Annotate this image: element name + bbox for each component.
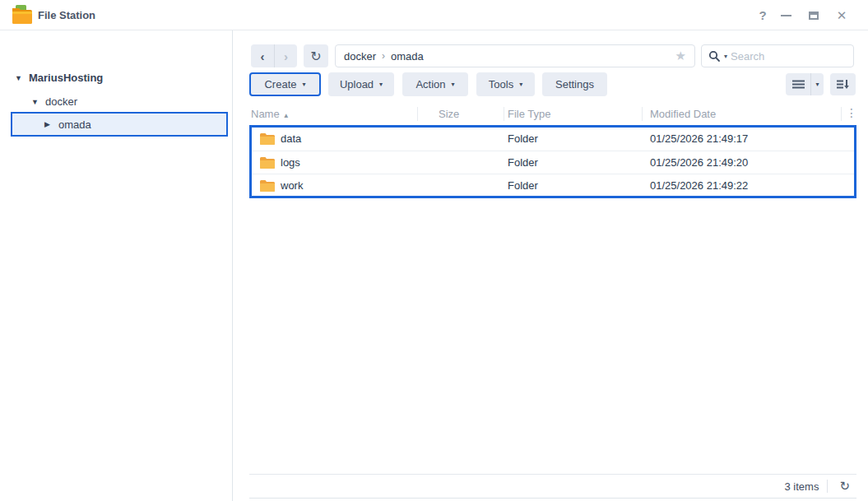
- sidebar-item-mariushosting[interactable]: ▼ MariusHosting: [15, 72, 103, 84]
- chevron-down-icon: ▾: [452, 81, 455, 88]
- tree-item-label: omada: [58, 118, 91, 131]
- file-name: logs: [281, 156, 300, 169]
- file-type: Folder: [508, 179, 538, 192]
- breadcrumb-segment-docker[interactable]: docker: [344, 50, 376, 63]
- sort-options-button[interactable]: [830, 73, 856, 95]
- file-modified-date: 01/25/2026 21:49:17: [650, 132, 748, 145]
- history-nav-group: ‹ ›: [251, 44, 297, 67]
- search-box: ▾: [701, 44, 854, 67]
- sidebar-item-omada-selected[interactable]: ▶ omada: [11, 112, 228, 137]
- table-row-work[interactable]: work Folder 01/25/2026 21:49:22: [252, 174, 854, 197]
- chevron-down-icon[interactable]: ▾: [810, 73, 824, 95]
- folder-icon: [260, 157, 275, 171]
- refresh-button[interactable]: ↻: [304, 44, 328, 67]
- search-icon[interactable]: [708, 50, 721, 63]
- column-options-icon[interactable]: ⋮: [846, 106, 857, 119]
- settings-button[interactable]: Settings: [542, 72, 607, 96]
- column-header-size[interactable]: Size: [439, 108, 459, 120]
- column-header-file-type[interactable]: File Type: [508, 108, 551, 120]
- forward-button[interactable]: ›: [274, 44, 297, 67]
- file-type: Folder: [508, 156, 538, 169]
- table-row-data[interactable]: data Folder 01/25/2026 21:49:17: [252, 128, 854, 151]
- refresh-icon[interactable]: ↻: [836, 479, 853, 494]
- tree-collapsed-icon[interactable]: ▶: [44, 120, 53, 128]
- tree-expanded-icon[interactable]: ▼: [31, 98, 39, 106]
- favorite-star-icon[interactable]: ★: [675, 49, 686, 63]
- sidebar-item-docker[interactable]: ▼ docker: [31, 95, 77, 108]
- file-type: Folder: [508, 132, 538, 145]
- file-station-app-icon: [12, 5, 33, 28]
- chevron-down-icon: ▾: [303, 81, 306, 88]
- sort-icon: [837, 80, 850, 90]
- breadcrumb-segment-omada[interactable]: omada: [391, 50, 424, 63]
- help-icon[interactable]: ?: [750, 0, 775, 30]
- create-button[interactable]: Create ▾: [249, 72, 321, 96]
- tree-item-label: MariusHosting: [29, 72, 103, 84]
- app-title: File Station: [38, 9, 95, 21]
- upload-button[interactable]: Upload ▾: [328, 72, 394, 96]
- folder-icon: [260, 133, 275, 147]
- search-options-caret-icon[interactable]: ▾: [724, 53, 727, 60]
- folder-icon: [260, 180, 275, 194]
- table-row-logs[interactable]: logs Folder 01/25/2026 21:49:20: [252, 151, 854, 174]
- column-header-name[interactable]: Name▲: [251, 108, 290, 120]
- selected-rows-highlight: data Folder 01/25/2026 21:49:17 logs Fol…: [249, 125, 856, 198]
- action-button[interactable]: Action ▾: [402, 72, 468, 96]
- breadcrumb-separator-icon: ›: [382, 50, 385, 62]
- sort-asc-icon: ▲: [283, 112, 290, 119]
- tree-expanded-icon[interactable]: ▼: [15, 74, 23, 82]
- status-bar: 3 items ↻: [249, 474, 856, 499]
- items-count: 3 items: [785, 480, 819, 493]
- view-mode-split-button[interactable]: ▾: [786, 73, 824, 95]
- back-button[interactable]: ‹: [251, 44, 274, 67]
- chevron-down-icon: ▾: [379, 81, 383, 88]
- column-header-modified-date[interactable]: Modified Date: [650, 108, 716, 120]
- search-input[interactable]: [731, 50, 847, 63]
- tree-item-label: docker: [45, 95, 77, 108]
- tools-button[interactable]: Tools ▾: [476, 72, 535, 96]
- minimize-icon[interactable]: [773, 0, 798, 30]
- folder-tree-sidebar: ▼ MariusHosting ▼ docker ▶ omada: [0, 30, 233, 501]
- file-modified-date: 01/25/2026 21:49:20: [650, 156, 748, 169]
- file-list-header: Name▲ Size File Type Modified Date ⋮: [249, 105, 856, 125]
- file-name: work: [281, 179, 303, 192]
- file-name: data: [281, 132, 301, 145]
- status-divider: [827, 480, 828, 493]
- file-modified-date: 01/25/2026 21:49:22: [650, 179, 748, 192]
- title-bar: File Station ? ✕: [0, 0, 868, 30]
- chevron-down-icon: ▾: [519, 81, 522, 88]
- breadcrumb[interactable]: docker › omada ★: [335, 44, 695, 67]
- close-icon[interactable]: ✕: [829, 0, 854, 30]
- maximize-icon[interactable]: [801, 0, 826, 30]
- list-view-icon[interactable]: [786, 73, 810, 95]
